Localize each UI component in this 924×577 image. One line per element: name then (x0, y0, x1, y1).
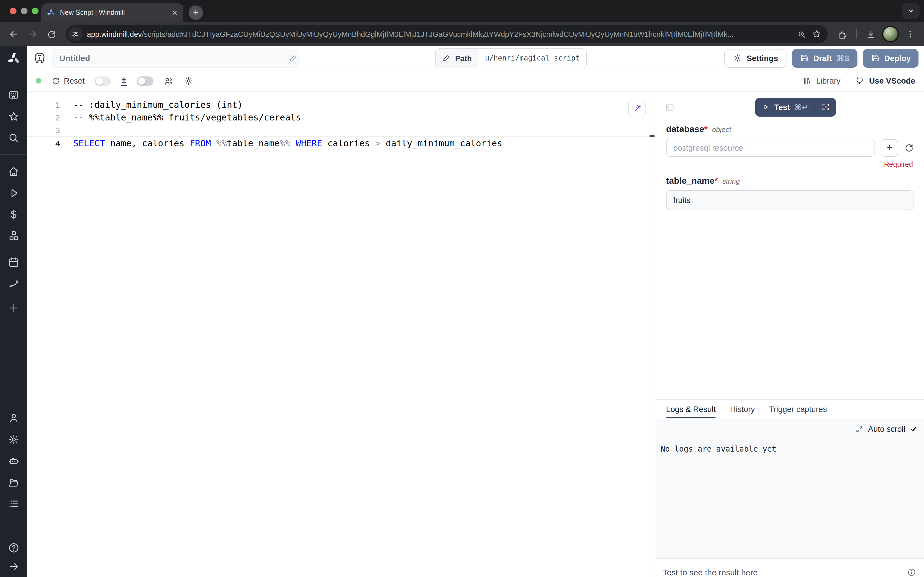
draft-label: Draft (813, 54, 832, 63)
sidebar-item-settings[interactable] (7, 434, 19, 446)
table-name-input[interactable] (666, 190, 914, 210)
refresh-icon (51, 76, 60, 85)
line-number: 2 (27, 113, 73, 122)
library-label: Library (816, 76, 841, 85)
sidebar-item-help[interactable] (7, 542, 19, 554)
database-resource-input[interactable] (666, 139, 875, 157)
tab-logs-result[interactable]: Logs & Result (666, 400, 716, 418)
sidebar-expand-button[interactable] (7, 561, 19, 572)
window-zoom-button[interactable] (32, 8, 39, 14)
browser-tab-strip: New Script | Windmill ✕ + (0, 0, 924, 22)
tab-search-button[interactable] (902, 3, 919, 19)
settings-button[interactable]: Settings (724, 49, 786, 68)
sidebar-item-folders[interactable] (7, 476, 19, 488)
address-bar[interactable]: app.windmill.dev/scripts/add#JTdCJTIyaGF… (66, 25, 828, 43)
windmill-logo (6, 52, 21, 66)
draft-button[interactable]: Draft ⌘S (792, 49, 857, 68)
script-title-input[interactable] (52, 49, 299, 68)
diff-toggle[interactable] (95, 76, 111, 85)
chrome-menu-button[interactable] (902, 26, 919, 42)
add-resource-button[interactable]: + (881, 139, 898, 156)
back-button[interactable] (5, 26, 22, 42)
bookmark-button[interactable] (809, 26, 824, 42)
code-editor[interactable]: 1 -- :daily_minimum_calories (int) 2 -- … (27, 92, 656, 577)
overview-ruler-cursor-mark (650, 135, 655, 137)
sidebar-item-user[interactable] (7, 412, 19, 424)
url-path: /scripts/add#JTdCJTIyaGFzaCUyMiUzQSUyMiU… (142, 30, 734, 38)
extensions-button[interactable] (834, 26, 851, 42)
tab-history[interactable]: History (730, 400, 755, 418)
logs-area: Auto scroll No logs are available yet (656, 418, 924, 559)
forward-arrow-icon (27, 29, 38, 40)
multiplayer-toggle[interactable] (137, 76, 153, 85)
panel-tabs: Logs & Result History Trigger captures (656, 399, 924, 418)
library-icon (802, 76, 812, 85)
sidebar-item-workers[interactable] (7, 455, 19, 467)
test-button[interactable]: Test ⌘↵ (755, 98, 815, 116)
code-line-active: 4 SELECT name, calories FROM %%table_nam… (27, 136, 655, 150)
profile-avatar[interactable] (882, 26, 899, 42)
collapse-panel-button[interactable] (665, 102, 675, 112)
reload-button[interactable] (43, 26, 60, 42)
line-number: 4 (27, 139, 73, 148)
reload-icon (46, 29, 56, 39)
line-number: 1 (27, 100, 73, 110)
window-controls (10, 8, 39, 14)
line-number: 3 (27, 126, 73, 135)
new-tab-button[interactable]: + (188, 5, 203, 20)
scan-target-icon (821, 102, 830, 112)
ai-assistant-button[interactable] (628, 100, 646, 117)
sidebar-item-variables[interactable] (7, 208, 19, 221)
code-text: -- :daily_minimum_calories (int) (73, 100, 243, 110)
window-close-button[interactable] (10, 8, 16, 14)
library-button[interactable]: Library (802, 76, 841, 85)
test-button-group: Test ⌘↵ (755, 98, 836, 116)
sidebar-item-add[interactable] (7, 302, 19, 314)
zoom-page-button[interactable] (794, 26, 809, 42)
path-widget[interactable]: Path u/henri/magical_script (435, 48, 587, 68)
edit-title-pencil-icon[interactable] (289, 54, 298, 63)
tab-trigger-captures[interactable]: Trigger captures (769, 400, 827, 418)
save-icon (799, 53, 809, 63)
star-icon (812, 29, 822, 39)
sidebar-item-audit-logs[interactable] (7, 498, 19, 510)
sidebar-item-resources[interactable] (7, 230, 19, 242)
sidebar-item-search[interactable] (7, 132, 19, 144)
github-cat-icon (855, 76, 864, 86)
save-icon (870, 53, 880, 63)
field-label-table-name: table_name* (666, 176, 718, 186)
expand-icon[interactable] (856, 425, 864, 433)
check-icon[interactable] (910, 425, 918, 433)
browser-tab[interactable]: New Script | Windmill ✕ (41, 3, 183, 22)
downloads-button[interactable] (863, 26, 879, 42)
use-vscode-button[interactable]: Use VScode (855, 76, 915, 86)
info-icon[interactable] (907, 567, 916, 577)
sidebar-item-home[interactable] (7, 166, 19, 178)
code-line: 3 (27, 124, 655, 136)
refresh-resources-button[interactable] (904, 142, 914, 153)
editor-settings-gear-icon[interactable] (184, 76, 193, 86)
back-arrow-icon (8, 29, 19, 40)
forward-button[interactable] (24, 26, 41, 42)
sidebar-item-workspace[interactable] (7, 89, 19, 101)
tab-close-icon[interactable]: ✕ (172, 9, 178, 16)
test-label: Test (774, 103, 790, 111)
sidebar-item-schedules[interactable] (7, 256, 19, 268)
test-up-to-button[interactable] (815, 98, 836, 116)
zoom-in-icon (797, 29, 806, 39)
field-type-table-name: string (723, 177, 740, 185)
kebab-menu-icon (905, 29, 915, 39)
result-area: Test to see the result here (656, 559, 924, 577)
window-minimize-button[interactable] (21, 8, 27, 14)
sidebar-item-favorites[interactable] (7, 111, 19, 122)
run-panel: Test ⌘↵ database* object (656, 92, 924, 577)
deploy-button[interactable]: Deploy (863, 49, 919, 68)
sidebar-item-routes[interactable] (7, 278, 19, 290)
reset-button[interactable]: Reset (51, 76, 85, 85)
field-label-database: database* (666, 124, 708, 134)
site-settings-icon[interactable] (68, 27, 82, 41)
path-value: u/henri/magical_script (478, 49, 586, 68)
logs-empty-message: No logs are available yet (660, 445, 776, 453)
sidebar-item-runs[interactable] (7, 187, 19, 199)
reset-label: Reset (64, 76, 85, 85)
